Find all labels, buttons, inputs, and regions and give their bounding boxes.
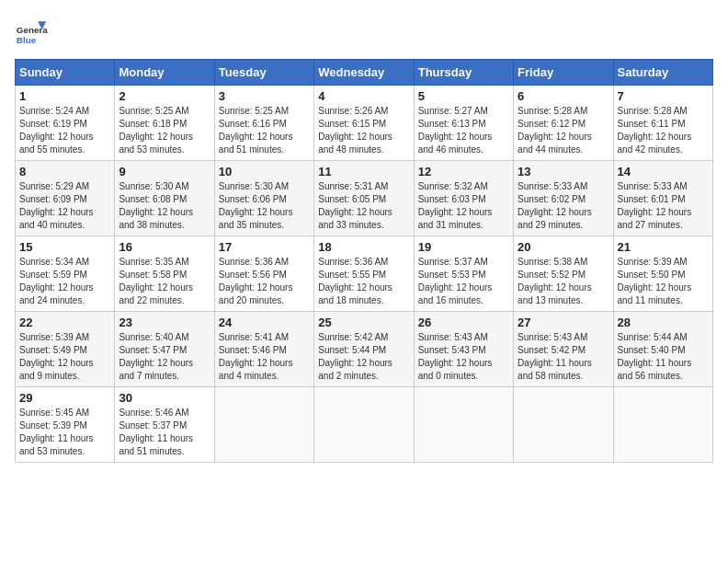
day-info: Sunrise: 5:28 AM Sunset: 6:11 PM Dayligh… xyxy=(618,105,709,156)
weekday-monday: Monday xyxy=(115,60,214,86)
day-number: 23 xyxy=(119,316,210,329)
day-cell: 26Sunrise: 5:43 AM Sunset: 5:43 PM Dayli… xyxy=(414,312,513,387)
day-cell: 10Sunrise: 5:30 AM Sunset: 6:06 PM Dayli… xyxy=(214,161,313,236)
day-number: 30 xyxy=(119,391,210,405)
day-info: Sunrise: 5:36 AM Sunset: 5:56 PM Dayligh… xyxy=(219,256,310,307)
day-info: Sunrise: 5:33 AM Sunset: 6:01 PM Dayligh… xyxy=(618,180,709,232)
day-number: 4 xyxy=(318,89,409,103)
day-number: 5 xyxy=(418,89,509,103)
day-info: Sunrise: 5:36 AM Sunset: 5:55 PM Dayligh… xyxy=(318,256,409,307)
day-info: Sunrise: 5:40 AM Sunset: 5:47 PM Dayligh… xyxy=(119,331,210,383)
logo: General Blue xyxy=(15,15,48,48)
day-cell: 4Sunrise: 5:26 AM Sunset: 6:15 PM Daylig… xyxy=(314,86,414,161)
day-cell: 15Sunrise: 5:34 AM Sunset: 5:59 PM Dayli… xyxy=(16,236,115,312)
day-number: 12 xyxy=(418,165,509,178)
day-info: Sunrise: 5:24 AM Sunset: 6:19 PM Dayligh… xyxy=(19,105,110,156)
day-info: Sunrise: 5:31 AM Sunset: 6:05 PM Dayligh… xyxy=(318,180,409,232)
weekday-saturday: Saturday xyxy=(613,60,712,86)
day-cell: 25Sunrise: 5:42 AM Sunset: 5:44 PM Dayli… xyxy=(314,312,414,387)
day-cell: 12Sunrise: 5:32 AM Sunset: 6:03 PM Dayli… xyxy=(414,161,513,236)
day-info: Sunrise: 5:25 AM Sunset: 6:16 PM Dayligh… xyxy=(219,105,310,156)
week-row-3: 15Sunrise: 5:34 AM Sunset: 5:59 PM Dayli… xyxy=(16,236,713,312)
day-info: Sunrise: 5:30 AM Sunset: 6:08 PM Dayligh… xyxy=(119,180,210,232)
day-cell: 5Sunrise: 5:27 AM Sunset: 6:13 PM Daylig… xyxy=(414,86,513,161)
day-cell xyxy=(613,387,712,463)
day-number: 16 xyxy=(119,240,210,254)
day-number: 27 xyxy=(518,316,609,329)
page-header: General Blue xyxy=(15,15,713,48)
day-number: 6 xyxy=(518,89,609,103)
day-cell: 22Sunrise: 5:39 AM Sunset: 5:49 PM Dayli… xyxy=(16,312,115,387)
weekday-header-row: SundayMondayTuesdayWednesdayThursdayFrid… xyxy=(16,60,713,86)
day-cell xyxy=(214,387,313,463)
day-info: Sunrise: 5:41 AM Sunset: 5:46 PM Dayligh… xyxy=(219,331,310,383)
day-cell: 9Sunrise: 5:30 AM Sunset: 6:08 PM Daylig… xyxy=(115,161,214,236)
day-cell: 18Sunrise: 5:36 AM Sunset: 5:55 PM Dayli… xyxy=(314,236,414,312)
day-number: 9 xyxy=(119,165,210,178)
day-cell xyxy=(414,387,513,463)
day-number: 20 xyxy=(518,240,609,254)
day-info: Sunrise: 5:32 AM Sunset: 6:03 PM Dayligh… xyxy=(418,180,509,232)
day-number: 11 xyxy=(318,165,409,178)
day-info: Sunrise: 5:26 AM Sunset: 6:15 PM Dayligh… xyxy=(318,105,409,156)
day-info: Sunrise: 5:42 AM Sunset: 5:44 PM Dayligh… xyxy=(318,331,409,383)
day-number: 22 xyxy=(19,316,110,329)
day-info: Sunrise: 5:33 AM Sunset: 6:02 PM Dayligh… xyxy=(518,180,609,232)
day-cell: 11Sunrise: 5:31 AM Sunset: 6:05 PM Dayli… xyxy=(314,161,414,236)
day-cell: 24Sunrise: 5:41 AM Sunset: 5:46 PM Dayli… xyxy=(214,312,313,387)
weekday-sunday: Sunday xyxy=(16,60,115,86)
day-cell: 13Sunrise: 5:33 AM Sunset: 6:02 PM Dayli… xyxy=(514,161,613,236)
day-info: Sunrise: 5:37 AM Sunset: 5:53 PM Dayligh… xyxy=(418,256,509,307)
day-cell: 23Sunrise: 5:40 AM Sunset: 5:47 PM Dayli… xyxy=(115,312,214,387)
day-number: 3 xyxy=(219,89,310,103)
day-number: 21 xyxy=(618,240,709,254)
day-cell: 8Sunrise: 5:29 AM Sunset: 6:09 PM Daylig… xyxy=(16,161,115,236)
day-number: 15 xyxy=(19,240,110,254)
weekday-thursday: Thursday xyxy=(414,60,513,86)
day-info: Sunrise: 5:38 AM Sunset: 5:52 PM Dayligh… xyxy=(518,256,609,307)
day-cell: 17Sunrise: 5:36 AM Sunset: 5:56 PM Dayli… xyxy=(214,236,313,312)
calendar-body: 1Sunrise: 5:24 AM Sunset: 6:19 PM Daylig… xyxy=(16,86,713,463)
day-number: 14 xyxy=(618,165,709,178)
logo-icon: General Blue xyxy=(15,15,48,48)
day-cell: 14Sunrise: 5:33 AM Sunset: 6:01 PM Dayli… xyxy=(613,161,712,236)
day-info: Sunrise: 5:25 AM Sunset: 6:18 PM Dayligh… xyxy=(119,105,210,156)
day-info: Sunrise: 5:39 AM Sunset: 5:50 PM Dayligh… xyxy=(618,256,709,307)
day-info: Sunrise: 5:30 AM Sunset: 6:06 PM Dayligh… xyxy=(219,180,310,232)
day-number: 7 xyxy=(618,89,709,103)
day-cell: 21Sunrise: 5:39 AM Sunset: 5:50 PM Dayli… xyxy=(613,236,712,312)
weekday-friday: Friday xyxy=(514,60,613,86)
day-info: Sunrise: 5:34 AM Sunset: 5:59 PM Dayligh… xyxy=(19,256,110,307)
calendar-table: SundayMondayTuesdayWednesdayThursdayFrid… xyxy=(15,59,713,463)
day-info: Sunrise: 5:28 AM Sunset: 6:12 PM Dayligh… xyxy=(518,105,609,156)
day-number: 29 xyxy=(19,391,110,405)
day-cell: 6Sunrise: 5:28 AM Sunset: 6:12 PM Daylig… xyxy=(514,86,613,161)
day-number: 10 xyxy=(219,165,310,178)
calendar-header: SundayMondayTuesdayWednesdayThursdayFrid… xyxy=(16,60,713,86)
day-cell: 27Sunrise: 5:43 AM Sunset: 5:42 PM Dayli… xyxy=(514,312,613,387)
day-cell: 2Sunrise: 5:25 AM Sunset: 6:18 PM Daylig… xyxy=(115,86,214,161)
day-cell: 28Sunrise: 5:44 AM Sunset: 5:40 PM Dayli… xyxy=(613,312,712,387)
day-number: 25 xyxy=(318,316,409,329)
day-cell: 20Sunrise: 5:38 AM Sunset: 5:52 PM Dayli… xyxy=(514,236,613,312)
day-number: 19 xyxy=(418,240,509,254)
day-info: Sunrise: 5:27 AM Sunset: 6:13 PM Dayligh… xyxy=(418,105,509,156)
day-cell: 19Sunrise: 5:37 AM Sunset: 5:53 PM Dayli… xyxy=(414,236,513,312)
week-row-2: 8Sunrise: 5:29 AM Sunset: 6:09 PM Daylig… xyxy=(16,161,713,236)
day-cell: 16Sunrise: 5:35 AM Sunset: 5:58 PM Dayli… xyxy=(115,236,214,312)
day-cell: 1Sunrise: 5:24 AM Sunset: 6:19 PM Daylig… xyxy=(16,86,115,161)
day-number: 2 xyxy=(119,89,210,103)
day-number: 17 xyxy=(219,240,310,254)
day-info: Sunrise: 5:39 AM Sunset: 5:49 PM Dayligh… xyxy=(19,331,110,383)
day-number: 24 xyxy=(219,316,310,329)
day-info: Sunrise: 5:44 AM Sunset: 5:40 PM Dayligh… xyxy=(618,331,709,383)
day-number: 26 xyxy=(418,316,509,329)
day-number: 8 xyxy=(19,165,110,178)
day-info: Sunrise: 5:45 AM Sunset: 5:39 PM Dayligh… xyxy=(19,407,110,458)
weekday-wednesday: Wednesday xyxy=(314,60,414,86)
day-number: 13 xyxy=(518,165,609,178)
week-row-5: 29Sunrise: 5:45 AM Sunset: 5:39 PM Dayli… xyxy=(16,387,713,463)
svg-text:Blue: Blue xyxy=(17,35,37,45)
day-number: 18 xyxy=(318,240,409,254)
day-cell: 29Sunrise: 5:45 AM Sunset: 5:39 PM Dayli… xyxy=(16,387,115,463)
